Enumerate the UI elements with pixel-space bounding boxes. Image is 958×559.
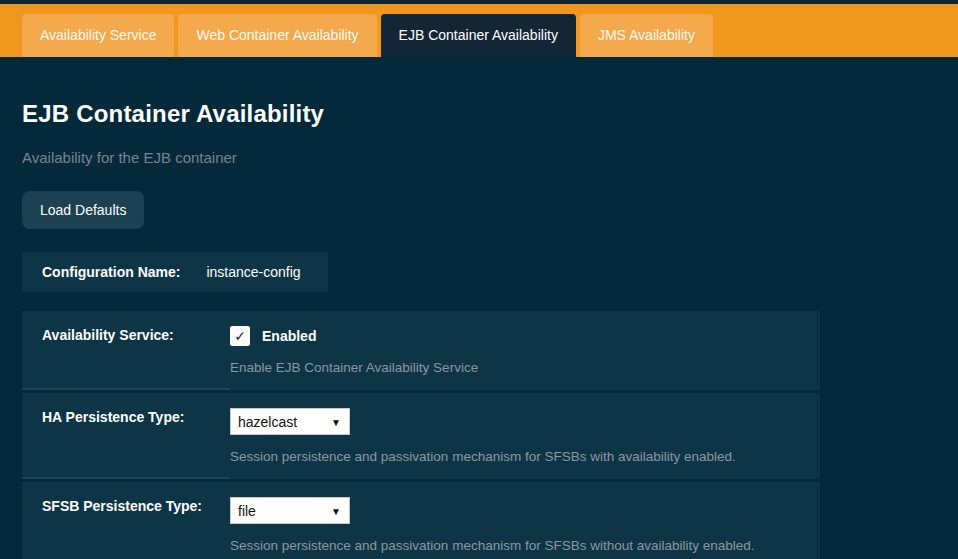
sfsb-persistence-type-help: Session persistence and passivation mech…	[230, 538, 810, 553]
ha-persistence-select-value: hazelcast	[238, 414, 297, 430]
load-defaults-button[interactable]: Load Defaults	[22, 191, 144, 229]
row-ha-persistence-type: HA Persistence Type: hazelcast ▼ Session…	[22, 393, 820, 479]
enabled-checkbox[interactable]: ✓	[230, 326, 250, 346]
ha-persistence-type-help: Session persistence and passivation mech…	[230, 449, 810, 464]
availability-service-label: Availability Service:	[22, 311, 230, 390]
configuration-name-label: Configuration Name:	[42, 264, 180, 280]
page-subtitle: Availability for the EJB container	[22, 149, 936, 166]
ha-persistence-type-label: HA Persistence Type:	[22, 393, 230, 479]
sfsb-persistence-select-value: file	[238, 503, 256, 519]
enabled-checkbox-label: Enabled	[262, 328, 316, 344]
main-content: EJB Container Availability Availability …	[0, 57, 958, 559]
availability-service-help: Enable EJB Container Availability Servic…	[230, 360, 810, 375]
dropdown-arrow-icon: ▼	[331, 416, 341, 427]
tab-availability-service[interactable]: Availability Service	[22, 14, 174, 57]
sfsb-persistence-type-label: SFSB Persistence Type:	[22, 482, 230, 559]
availability-form: Availability Service: ✓ Enabled Enable E…	[22, 311, 820, 559]
ha-persistence-select[interactable]: hazelcast ▼	[230, 408, 350, 435]
checkmark-icon: ✓	[234, 328, 246, 344]
dropdown-arrow-icon: ▼	[331, 505, 341, 516]
row-sfsb-persistence-type: SFSB Persistence Type: file ▼ Session pe…	[22, 482, 820, 559]
sfsb-persistence-select[interactable]: file ▼	[230, 497, 350, 524]
tab-web-container-availability[interactable]: Web Container Availability	[178, 14, 376, 57]
configuration-name-value: instance-config	[206, 264, 300, 280]
tab-ejb-container-availability[interactable]: EJB Container Availability	[381, 14, 576, 57]
tab-jms-availability[interactable]: JMS Availability	[580, 14, 713, 57]
page-title: EJB Container Availability	[22, 100, 936, 128]
tab-bar: Availability Service Web Container Avail…	[0, 4, 958, 57]
configuration-name-row: Configuration Name: instance-config	[22, 252, 328, 292]
row-availability-service: Availability Service: ✓ Enabled Enable E…	[22, 311, 820, 390]
